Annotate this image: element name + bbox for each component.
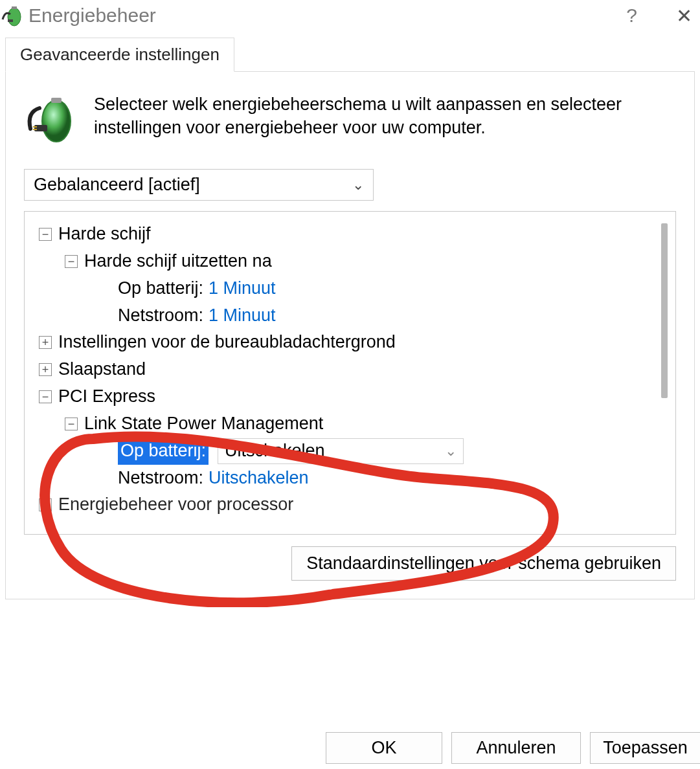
window-title: Energiebeheer (28, 5, 626, 27)
tree-label: Harde schijf uitzetten na (84, 248, 272, 275)
svg-rect-6 (33, 126, 37, 128)
svg-rect-7 (33, 129, 37, 130)
label: Netstroom: (118, 465, 203, 492)
battery-icon (24, 93, 78, 150)
tree-value-hdd-battery[interactable]: Op batterij: 1 Minuut (39, 275, 656, 302)
tree-node-link-state[interactable]: − Link State Power Management (39, 410, 656, 438)
help-icon[interactable]: ? (626, 5, 637, 27)
tree-node-hdd-turnoff[interactable]: − Harde schijf uitzetten na (39, 248, 656, 275)
tree-node-desktop-bg[interactable]: + Instellingen voor de bureaubladachterg… (39, 329, 656, 356)
value-link[interactable]: Uitschakelen (209, 465, 309, 492)
chevron-down-icon: ⌄ (445, 440, 457, 462)
intro-section: Selecteer welk energiebeheerschema u wil… (24, 93, 676, 150)
expand-icon[interactable]: + (39, 498, 52, 511)
tree-node-pci[interactable]: − PCI Express (39, 383, 656, 410)
collapse-icon[interactable]: − (39, 228, 52, 241)
titlebar: Energiebeheer ? ✕ (0, 0, 700, 38)
tree-node-sleep[interactable]: + Slaapstand (39, 356, 656, 383)
ok-button[interactable]: OK (326, 732, 442, 764)
close-icon[interactable]: ✕ (676, 5, 692, 27)
app-icon (1, 4, 25, 27)
svg-point-3 (42, 100, 71, 142)
tree-label: Harde schijf (58, 221, 151, 248)
svg-point-0 (8, 8, 21, 26)
label: Op batterij: (118, 275, 203, 302)
svg-rect-4 (51, 98, 62, 103)
tree-node-cpu[interactable]: + Energiebeheer voor processor (39, 491, 656, 518)
restore-defaults-button[interactable]: Standaardinstellingen voor schema gebrui… (291, 546, 676, 581)
label-selected: Op batterij: (118, 438, 209, 465)
svg-rect-2 (8, 19, 13, 22)
chevron-down-icon: ⌄ (352, 177, 364, 194)
settings-tree: − Harde schijf − Harde schijf uitzetten … (24, 211, 676, 535)
svg-rect-5 (34, 125, 47, 131)
scrollbar[interactable] (661, 223, 668, 398)
collapse-icon[interactable]: − (39, 390, 52, 403)
value-link[interactable]: 1 Minuut (209, 275, 276, 302)
collapse-icon[interactable]: − (65, 418, 78, 430)
tree-node-hdd[interactable]: − Harde schijf (39, 221, 656, 248)
tree-label: Link State Power Management (84, 410, 323, 438)
cancel-button[interactable]: Annuleren (451, 732, 581, 764)
collapse-icon[interactable]: − (65, 255, 78, 268)
svg-rect-1 (12, 6, 17, 9)
apply-button[interactable]: Toepassen (590, 732, 700, 764)
tab-body: Selecteer welk energiebeheerschema u wil… (5, 71, 695, 599)
tree-label: PCI Express (58, 383, 155, 410)
tab-advanced-settings[interactable]: Geavanceerde instellingen (5, 38, 234, 72)
expand-icon[interactable]: + (39, 363, 52, 376)
value-link[interactable]: 1 Minuut (209, 302, 276, 329)
tree-label: Slaapstand (58, 356, 146, 383)
power-scheme-select[interactable]: Gebalanceerd [actief] ⌄ (24, 169, 374, 201)
tree-value-pci-plugged[interactable]: Netstroom: Uitschakelen (39, 465, 656, 492)
tree-value-hdd-plugged[interactable]: Netstroom: 1 Minuut (39, 302, 656, 329)
intro-text: Selecteer welk energiebeheerschema u wil… (94, 93, 676, 150)
power-scheme-value: Gebalanceerd [actief] (34, 175, 200, 195)
tree-label: Energiebeheer voor processor (58, 491, 293, 518)
tree-value-pci-battery[interactable]: Op batterij: Uitschakelen ⌄ (39, 438, 656, 465)
tree-label: Instellingen voor de bureaubladachtergro… (58, 329, 396, 356)
dialog-buttons: OK Annuleren Toepassen (326, 732, 700, 764)
expand-icon[interactable]: + (39, 336, 52, 349)
value-combo[interactable]: Uitschakelen ⌄ (218, 438, 464, 464)
value: Uitschakelen (225, 438, 325, 465)
label: Netstroom: (118, 302, 203, 329)
